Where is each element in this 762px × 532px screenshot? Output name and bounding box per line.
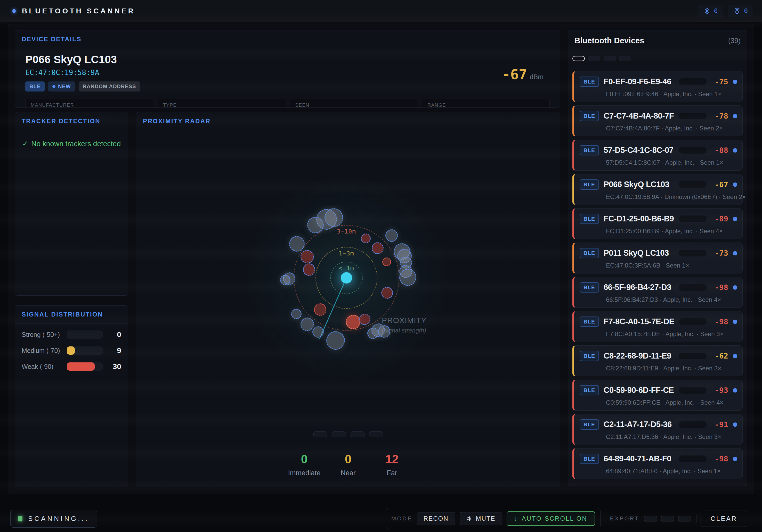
device-status-dot-icon [733, 251, 737, 255]
bluetooth-count-badge[interactable]: 0 [698, 5, 723, 17]
signal-row: Weak (-90) 30 [22, 362, 121, 371]
ble-badge: BLE [579, 419, 599, 430]
device-subtitle: EC:47:0C:3F:5A:6B · Seen 1× [579, 262, 737, 269]
radar-filter-button[interactable] [350, 432, 364, 437]
device-filter-tab[interactable] [572, 56, 585, 61]
device-status-dot-icon [733, 148, 737, 153]
radar-device-dot [307, 217, 324, 233]
signal-bar-track [679, 455, 707, 462]
tracker-status-text: No known trackers detected [31, 140, 121, 148]
signal-rows: Strong (-50+) 0 Medium (-70) 9 Weak (-90… [15, 330, 128, 371]
footer-bar: SCANNING... MODE RECON MUTE ↓ AUTO-SCROL… [0, 505, 762, 532]
field-label: RANGE [427, 102, 544, 108]
device-status-dot-icon [733, 217, 737, 221]
device-list-item[interactable]: BLE 57-D5-C4-1C-8C-07 -88 57:D5:C4:1C:8C… [572, 140, 743, 170]
device-list-item[interactable]: BLE F7-8C-A0-15-7E-DE -98 F7:8C:A0:15:7E… [572, 311, 743, 342]
device-filter-tab[interactable] [588, 56, 600, 61]
radar-device-dot [325, 208, 343, 227]
proximity-count-label: Near [326, 469, 370, 477]
device-status-dot-icon [733, 114, 737, 118]
export-format-button[interactable] [644, 516, 657, 521]
bluetooth-icon [703, 8, 711, 15]
radar-filter-buttons [136, 432, 560, 437]
device-list-item[interactable]: BLE C0-59-90-6D-FF-CE -93 C0:59:90:6D:FF… [572, 380, 743, 411]
proximity-count: 0 Near [326, 452, 370, 477]
gps-count-badge[interactable]: 0 [728, 5, 753, 17]
device-list-item[interactable]: BLE C8-22-68-9D-11-E9 -62 C8:22:68:9D:11… [572, 345, 743, 376]
device-list-item[interactable]: BLE C2-11-A7-17-D5-36 -91 C2:11:A7:17:D5… [572, 414, 743, 445]
device-filter-tabs [568, 51, 747, 66]
device-rssi: -73 [711, 249, 728, 257]
radar-filter-button[interactable] [313, 432, 327, 437]
down-arrow-icon: ↓ [514, 515, 518, 522]
device-name: C0-59-90-6D-FF-CE [604, 386, 674, 395]
radar-center-dot [341, 272, 352, 284]
tracker-detection-header: TRACKER DETECTION [15, 112, 128, 130]
signal-bar-track [679, 421, 707, 428]
device-list-item[interactable]: BLE F0-EF-09-F6-E9-46 -75 F0:EF:09:F6:E9… [572, 71, 743, 102]
device-rssi: -98 [711, 317, 728, 326]
radar-device-dot [381, 287, 393, 299]
device-filter-tab[interactable] [604, 56, 616, 61]
device-subtitle: FC:D1:25:00:B6:B9 · Apple, Inc. · Seen 4… [579, 228, 737, 235]
selected-device-name: P066 SkyQ LC103 [25, 53, 550, 66]
field-label: TYPE [163, 102, 280, 108]
ble-badge: BLE [579, 454, 599, 464]
field-label: MANUFACTURER [31, 102, 148, 108]
device-subtitle: 57:D5:C4:1C:8C:07 · Apple, Inc. · Seen 1… [579, 159, 737, 166]
mode-recon-button[interactable]: RECON [417, 512, 455, 525]
device-name: 57-D5-C4-1C-8C-07 [604, 146, 674, 155]
mute-button[interactable]: MUTE [460, 512, 502, 525]
devices-header: Bluetooth Devices (39) [568, 31, 747, 51]
proximity-count-label: Immediate [282, 469, 326, 477]
device-field-box: SEEN 1× [290, 98, 418, 108]
device-subtitle: C2:11:A7:17:D5:36 · Apple, Inc. · Seen 3… [579, 433, 737, 440]
radar-device-dot [367, 328, 379, 339]
ble-badge: BLE [579, 145, 599, 156]
radar-device-dot [382, 257, 391, 266]
radar-device-dot [291, 309, 302, 319]
export-format-button[interactable] [678, 516, 691, 521]
device-rssi: -75 [711, 77, 728, 86]
scanning-status-chip: SCANNING... [10, 510, 97, 528]
signal-bar-track [679, 284, 707, 291]
clear-button[interactable]: CLEAR [701, 510, 747, 527]
signal-row-count: 9 [103, 346, 121, 355]
new-badge: NEW [48, 82, 75, 92]
proximity-count-value: 0 [326, 452, 370, 466]
device-list-item[interactable]: BLE P066 SkyQ LC103 -67 EC:47:0C:19:58:9… [572, 174, 743, 205]
radar-device-dot [399, 269, 416, 286]
device-list-item[interactable]: BLE C7-C7-4B-4A-80-7F -78 C7:C7:4B:4A:80… [572, 105, 743, 136]
signal-bar-track [679, 318, 707, 325]
device-subtitle: 64:89:40:71:AB:F0 · Apple, Inc. · Seen 1… [579, 468, 737, 475]
device-details-panel: DEVICE DETAILS P066 SkyQ LC103 EC:47:0C:… [15, 30, 560, 108]
device-fields-row: MANUFACTURER -- TYPE random SEEN 1× RANG… [25, 98, 550, 108]
device-list-item[interactable]: BLE P011 SkyQ LC103 -73 EC:47:0C:3F:5A:6… [572, 242, 743, 274]
rssi-value: -67 [502, 66, 527, 83]
signal-bar-track [67, 346, 103, 355]
device-name: C7-C7-4B-4A-80-7F [604, 111, 674, 121]
device-name: C2-11-A7-17-D5-36 [604, 420, 674, 429]
device-name: 66-5F-96-B4-27-D3 [604, 283, 674, 292]
device-rssi: -89 [711, 215, 728, 223]
ble-badge: BLE [579, 385, 599, 395]
radar-filter-button[interactable] [369, 432, 383, 437]
signal-bar-track [679, 250, 707, 256]
device-list-item[interactable]: BLE FC-D1-25-00-B6-B9 -89 FC:D1:25:00:B6… [572, 208, 743, 239]
signal-row-label: Strong (-50+) [22, 331, 67, 338]
device-filter-tab[interactable] [619, 56, 631, 61]
device-rssi: -91 [711, 420, 728, 429]
signal-bar-track [679, 353, 707, 359]
device-name: P011 SkyQ LC103 [604, 248, 674, 258]
signal-bar-track [67, 363, 103, 371]
proximity-label: PROXIMITY [382, 316, 427, 325]
export-format-button[interactable] [661, 516, 674, 521]
auto-scroll-button[interactable]: ↓ AUTO-SCROLL ON [507, 511, 595, 526]
device-list-item[interactable]: BLE 64-89-40-71-AB-F0 -98 64:89:40:71:AB… [572, 448, 743, 479]
tracker-status: ✓No known trackers detected [15, 139, 128, 148]
device-list-item[interactable]: BLE 66-5F-96-B4-27-D3 -98 66:5F:96:B4:27… [572, 277, 743, 308]
signal-bar-track [679, 147, 707, 154]
export-label: EXPORT [610, 515, 640, 522]
device-status-dot-icon [733, 423, 737, 427]
radar-filter-button[interactable] [332, 432, 346, 437]
